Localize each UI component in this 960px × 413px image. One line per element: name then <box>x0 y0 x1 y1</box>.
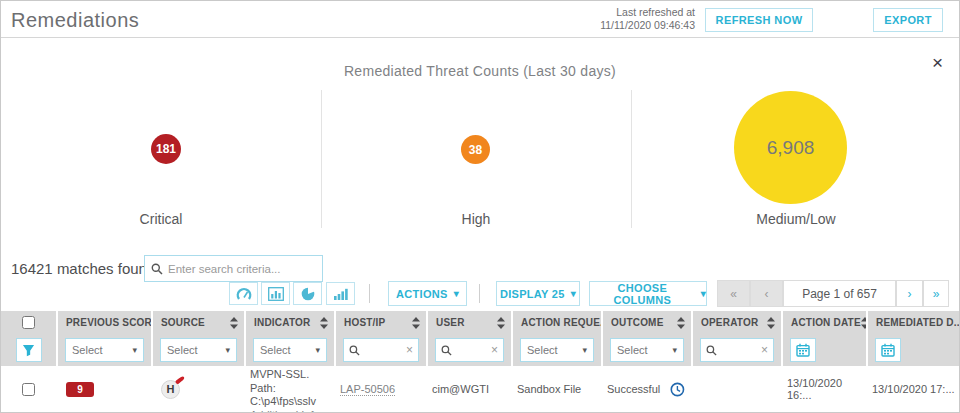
global-search-box <box>144 255 323 282</box>
column-header-source[interactable]: SOURCE <box>151 311 244 334</box>
column-header-action-date[interactable]: ACTION DATE <box>781 311 866 334</box>
pagination-last-button[interactable]: » <box>923 280 949 307</box>
signal-bars-icon <box>334 288 348 300</box>
critical-count-bubble: 181 <box>151 134 181 164</box>
remediated-date-picker-button[interactable] <box>875 338 901 362</box>
column-label: USER <box>436 317 465 328</box>
column-header-outcome[interactable]: OUTCOME <box>601 311 691 334</box>
clock-icon[interactable] <box>670 382 685 397</box>
panel-title: Remediated Threat Counts (Last 30 days) <box>1 63 959 79</box>
indicator-select[interactable]: Select ▾ <box>253 338 327 362</box>
host-ip-search-box: × <box>343 338 419 362</box>
source-select[interactable]: Select ▾ <box>160 338 237 362</box>
export-button[interactable]: EXPORT <box>873 8 943 32</box>
filter-operator: × <box>691 334 781 366</box>
filter-indicator: Select ▾ <box>244 334 334 366</box>
chevron-down-icon: ▾ <box>571 288 576 299</box>
clear-icon[interactable]: × <box>491 345 498 355</box>
user-filter-input[interactable] <box>456 344 487 356</box>
action-requested-select[interactable]: Select ▾ <box>520 338 594 362</box>
toolbar-divider <box>369 284 370 303</box>
column-header-user[interactable]: USER <box>426 311 511 334</box>
bar-chart-button[interactable] <box>326 282 355 305</box>
remediated-date-cell: 13/10/2020 17:... <box>866 366 960 412</box>
column-header-host-ip[interactable]: HOST/IP <box>334 311 426 334</box>
chevron-down-icon: ▾ <box>672 345 677 355</box>
operator-filter-input[interactable] <box>721 344 757 356</box>
pie-chart-button[interactable] <box>293 282 322 305</box>
chevron-down-icon: ▾ <box>701 288 706 299</box>
host-ip-link[interactable]: LAP-50506 <box>340 383 395 396</box>
additional-info-link[interactable]: Additional Info <box>250 409 320 412</box>
pagination-next-button[interactable]: › <box>896 280 923 307</box>
source-cell: H <box>151 366 244 412</box>
column-label: ACTION REQUE... <box>521 317 601 328</box>
histogram-chart-button[interactable] <box>261 282 290 305</box>
display-label: DISPLAY 25 <box>500 288 565 300</box>
sort-both-icon <box>497 317 505 329</box>
panel-divider <box>631 90 632 228</box>
previous-score-select[interactable]: Select ▾ <box>65 338 144 362</box>
outcome-select[interactable]: Select ▾ <box>610 338 684 362</box>
select-all-checkbox[interactable] <box>22 316 35 329</box>
calendar-icon <box>881 343 895 357</box>
choose-columns-dropdown[interactable]: CHOOSE COLUMNS ▾ <box>589 281 707 306</box>
pagination-first-button[interactable]: « <box>717 280 750 307</box>
host-ip-filter-input[interactable] <box>364 344 402 356</box>
medium-low-count-value: 6,908 <box>767 137 815 159</box>
column-header-action-requested[interactable]: ACTION REQUE... <box>511 311 601 334</box>
page-title: Remediations <box>11 9 139 32</box>
gauge-chart-button[interactable] <box>229 282 258 305</box>
toolbar-divider <box>479 284 480 303</box>
score-badge: 9 <box>66 382 94 397</box>
display-count-dropdown[interactable]: DISPLAY 25 ▾ <box>496 281 580 306</box>
high-count-value: 38 <box>469 143 482 157</box>
panel-divider <box>321 90 322 228</box>
select-value: Select <box>617 344 648 356</box>
actions-label: ACTIONS <box>396 288 448 300</box>
refresh-now-button[interactable]: REFRESH NOW <box>705 8 813 32</box>
filter-funnel-icon <box>22 344 35 357</box>
row-checkbox[interactable] <box>22 383 35 396</box>
indicator-cell: File: WG-MVPN-SSL. Path: C:\p4\fps\sslv … <box>244 366 334 412</box>
filter-toggle-button[interactable] <box>16 338 42 362</box>
column-label: PREVIOUS SCORE <box>66 317 151 328</box>
column-header-indicator[interactable]: INDICATOR <box>244 311 334 334</box>
column-label: INDICATOR <box>254 317 310 328</box>
table-toolbar: ACTIONS ▾ DISPLAY 25 ▾ CHOOSE COLUMNS ▾ … <box>1 281 959 307</box>
search-icon <box>349 345 360 356</box>
sort-both-icon <box>412 317 420 329</box>
operator-search-box: × <box>700 338 774 362</box>
sort-both-icon <box>677 317 685 329</box>
actions-dropdown[interactable]: ACTIONS ▾ <box>388 281 467 306</box>
pie-chart-icon <box>301 287 315 301</box>
choose-columns-label: CHOOSE COLUMNS <box>590 282 695 306</box>
indicator-file: File: WG-MVPN-SSL. <box>250 366 328 382</box>
pagination-prev-button[interactable]: ‹ <box>750 280 783 307</box>
user-cell: cim@WGTI <box>426 366 511 412</box>
filter-outcome: Select ▾ <box>601 334 691 366</box>
user-search-box: × <box>435 338 504 362</box>
clear-icon[interactable]: × <box>406 345 413 355</box>
host-ip-cell: LAP-50506 <box>334 366 426 412</box>
select-value: Select <box>527 344 558 356</box>
action-date-cell: 13/10/2020 16:... <box>781 366 866 412</box>
critical-label: Critical <box>1 211 321 229</box>
last-refreshed-value: 11/11/2020 09:46:43 <box>585 19 695 32</box>
action-requested-cell: Sandbox File <box>511 366 601 412</box>
column-header-operator[interactable]: OPERATOR <box>691 311 781 334</box>
clear-icon[interactable]: × <box>761 345 768 355</box>
row-select-cell <box>1 366 56 412</box>
action-date-picker-button[interactable] <box>790 338 816 362</box>
search-input[interactable] <box>168 263 316 275</box>
column-header-remediated-date[interactable]: REMEDIATED D... <box>866 311 960 334</box>
close-icon[interactable]: × <box>932 55 943 71</box>
column-label: REMEDIATED D... <box>876 317 960 328</box>
column-header-previous-score[interactable]: PREVIOUS SCORE <box>56 311 151 334</box>
sort-both-icon <box>230 317 238 329</box>
table-row[interactable]: 9 H File: WG-MVPN-SSL. Path: C:\p4\fps\s… <box>1 366 959 413</box>
threat-counts-panel: Remediated Threat Counts (Last 30 days) … <box>1 39 959 249</box>
column-label: SOURCE <box>161 317 205 328</box>
medium-low-label: Medium/Low <box>631 211 960 229</box>
column-label: HOST/IP <box>344 317 385 328</box>
